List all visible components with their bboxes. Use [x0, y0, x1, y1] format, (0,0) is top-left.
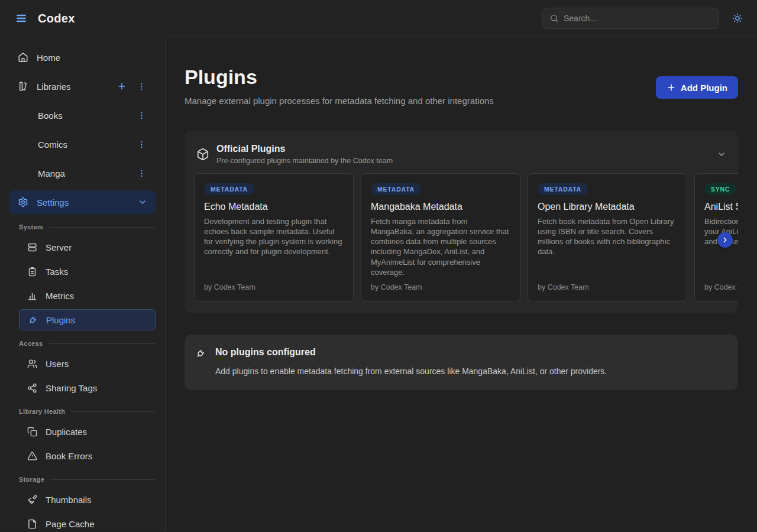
sidebar-item-plugins[interactable]: Plugins: [19, 309, 156, 330]
official-plugins-subtitle: Pre-configured plugins maintained by the…: [216, 157, 393, 165]
empty-state-description: Add plugins to enable metadata fetching …: [215, 366, 724, 376]
sidebar-item-thumbnails[interactable]: Thumbnails: [19, 489, 156, 510]
sidebar-item-sharing-tags[interactable]: Sharing Tags: [19, 377, 156, 398]
no-plugins-empty-state: No plugins configured Add plugins to ena…: [185, 335, 738, 390]
official-plugins-section: Official Plugins Pre-configured plugins …: [185, 131, 738, 313]
plugin-name: Echo Metadata: [204, 202, 344, 212]
sidebar-item-label: Libraries: [37, 82, 71, 92]
plus-icon[interactable]: [116, 80, 128, 92]
sidebar-item-book-errors[interactable]: Book Errors: [19, 445, 156, 466]
package-icon: [196, 148, 209, 161]
metadata-badge: METADATA: [538, 183, 588, 195]
search-input[interactable]: [564, 14, 711, 23]
metadata-badge: METADATA: [371, 183, 421, 195]
sidebar-item-home[interactable]: Home: [9, 46, 156, 69]
plugin-author: by Codex Team: [371, 283, 510, 291]
kebab-icon[interactable]: [136, 110, 147, 121]
chevron-down-icon: [138, 197, 147, 207]
search-box[interactable]: [542, 8, 719, 29]
plugin-card-mangabaka-metadata[interactable]: METADATA Mangabaka Metadata Fetch manga …: [361, 173, 520, 301]
plugin-name: Open Library Metadata: [538, 202, 677, 212]
plugin-description: Development and testing plugin that echo…: [204, 216, 344, 257]
sidebar-item-manga[interactable]: Manga: [9, 161, 156, 185]
alert-triangle-icon: [27, 451, 37, 461]
sidebar-section-system: System: [19, 223, 156, 231]
sidebar-item-label: Plugins: [46, 315, 75, 325]
plugin-author: by Codex Team: [538, 283, 677, 291]
sidebar-item-duplicates[interactable]: Duplicates: [19, 421, 156, 442]
main-content: Plugins Manage external plugin processes…: [166, 37, 757, 531]
sidebar-item-settings[interactable]: Settings: [9, 190, 156, 214]
official-plugins-header[interactable]: Official Plugins Pre-configured plugins …: [185, 131, 738, 172]
paintbrush-icon: [27, 495, 37, 505]
sidebar-item-libraries[interactable]: Libraries: [9, 74, 156, 98]
gear-icon: [18, 197, 28, 207]
app-title: Codex: [38, 12, 75, 25]
bar-chart-icon: [27, 291, 37, 301]
official-plugins-title: Official Plugins: [216, 144, 393, 154]
sidebar-item-label: Users: [46, 359, 69, 369]
plugin-author: by Codex Team: [204, 283, 344, 291]
sidebar-item-label: Thumbnails: [46, 495, 92, 505]
carousel-next-button[interactable]: [717, 232, 733, 248]
chevron-right-icon: [721, 236, 729, 244]
top-bar: Codex: [0, 0, 757, 37]
kebab-icon[interactable]: [136, 168, 147, 179]
sidebar-item-label: Metrics: [46, 291, 74, 301]
sidebar-item-label: Page Cache: [46, 519, 95, 529]
plugin-description: Fetch manga metadata from MangaBaka, an …: [371, 216, 510, 277]
plug-icon: [195, 348, 215, 359]
share-icon: [27, 383, 37, 393]
plugin-author: by Codex Team: [704, 283, 738, 291]
sidebar-item-label: Home: [37, 53, 60, 63]
sidebar-item-server[interactable]: Server: [19, 236, 156, 258]
sidebar-item-label: Duplicates: [46, 427, 87, 437]
plugin-description: Fetch book metadata from Open Library us…: [538, 216, 677, 257]
sidebar-section-access: Access: [19, 340, 156, 347]
plugin-card-row: METADATA Echo Metadata Development and t…: [185, 172, 738, 313]
search-icon: [549, 14, 559, 23]
sidebar-section-storage: Storage: [19, 476, 156, 483]
menu-icon[interactable]: [12, 9, 31, 28]
plugin-name: Mangabaka Metadata: [371, 202, 510, 212]
plugin-card-open-library-metadata[interactable]: METADATA Open Library Metadata Fetch boo…: [528, 173, 687, 301]
sync-badge: SYNC: [704, 183, 736, 195]
plugin-name: AniList Sync: [704, 202, 738, 212]
sidebar-item-label: Sharing Tags: [46, 383, 97, 393]
copy-icon: [27, 427, 37, 437]
home-icon: [18, 52, 28, 63]
sidebar-item-label: Books: [38, 111, 63, 121]
kebab-icon[interactable]: [136, 81, 147, 92]
sidebar-item-label: Comics: [38, 140, 67, 150]
sidebar-item-books[interactable]: Books: [9, 103, 156, 127]
sidebar-item-label: Manga: [38, 168, 65, 179]
plus-icon: [667, 83, 676, 92]
empty-state-title: No plugins configured: [215, 347, 724, 359]
page-subtitle: Manage external plugin processes for met…: [185, 96, 494, 106]
sidebar-item-label: Settings: [37, 197, 69, 207]
library-icon: [18, 81, 28, 92]
sun-icon[interactable]: [730, 11, 745, 26]
add-plugin-button[interactable]: Add Plugin: [656, 76, 738, 99]
plugin-card-echo-metadata[interactable]: METADATA Echo Metadata Development and t…: [194, 173, 354, 301]
sidebar-item-tasks[interactable]: Tasks: [19, 261, 156, 282]
sidebar-item-label: Book Errors: [46, 451, 92, 461]
sidebar-item-users[interactable]: Users: [19, 353, 156, 374]
sidebar-item-label: Server: [46, 242, 72, 252]
file-icon: [27, 519, 37, 529]
page-title: Plugins: [185, 66, 494, 89]
kebab-icon[interactable]: [136, 139, 147, 150]
sidebar-section-library-health: Library Health: [19, 408, 156, 415]
sidebar: Home Libraries Books Comics: [0, 37, 166, 531]
plug-icon: [28, 315, 38, 325]
server-icon: [27, 242, 37, 252]
sidebar-item-page-cache[interactable]: Page Cache: [19, 513, 156, 531]
metadata-badge: METADATA: [204, 183, 254, 195]
clipboard-icon: [27, 267, 37, 277]
sidebar-item-comics[interactable]: Comics: [9, 132, 156, 156]
chevron-down-icon[interactable]: [717, 150, 726, 159]
sidebar-item-metrics[interactable]: Metrics: [19, 285, 156, 306]
users-icon: [27, 359, 37, 369]
sidebar-item-label: Tasks: [46, 267, 68, 277]
